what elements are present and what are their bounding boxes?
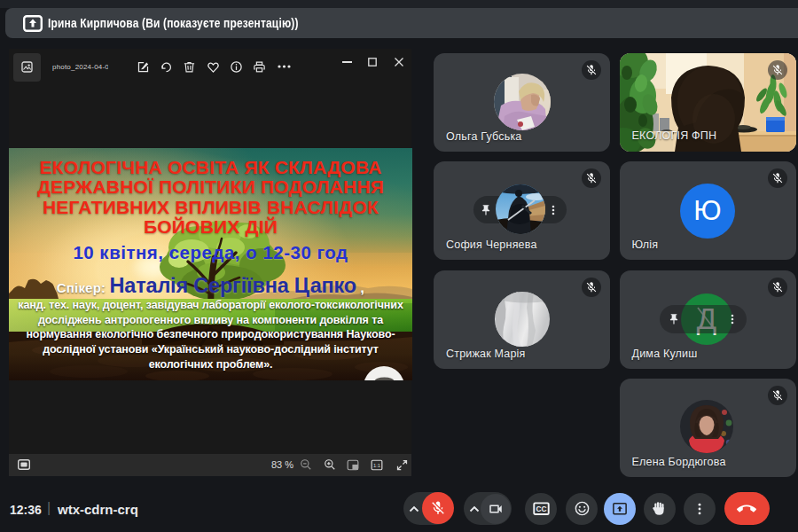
svg-text:1:1: 1:1 [372, 463, 379, 468]
svg-text:CC: CC [536, 505, 546, 513]
